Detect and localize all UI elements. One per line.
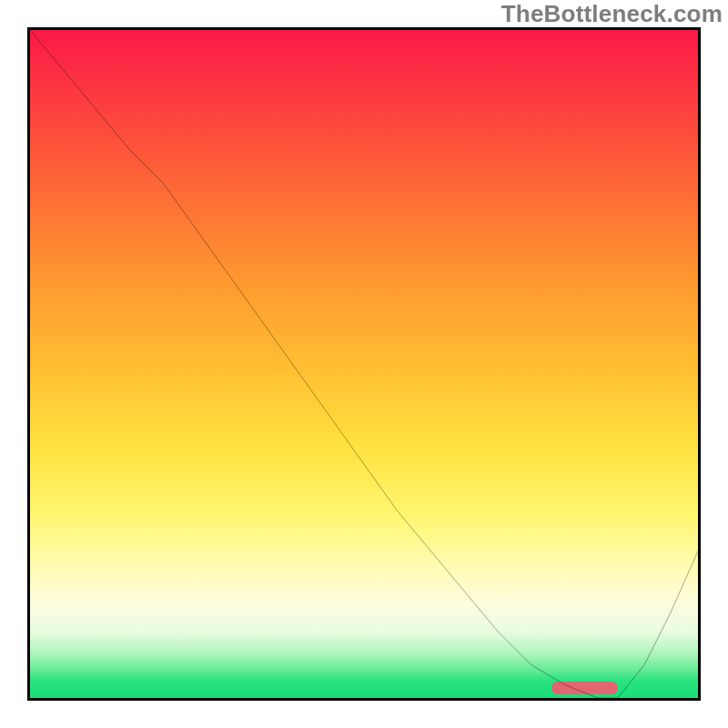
plot-area <box>27 27 701 701</box>
watermark-text: TheBottleneck.com <box>501 0 723 28</box>
background-gradient <box>30 30 698 698</box>
chart-frame: TheBottleneck.com <box>0 0 728 728</box>
optimal-range-marker <box>551 682 618 694</box>
